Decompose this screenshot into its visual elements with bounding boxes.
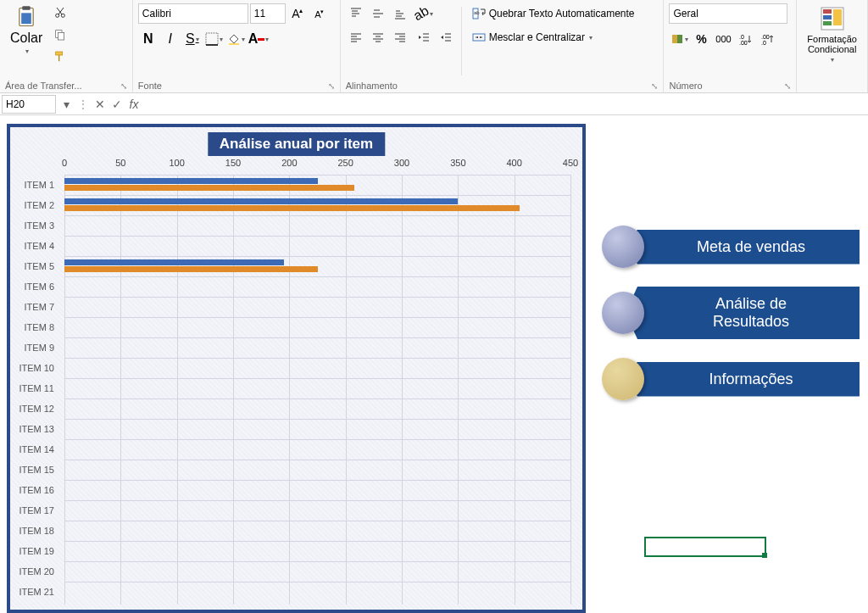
thousands-button[interactable]: 000 [713, 29, 733, 49]
increase-decimal-button[interactable]: .0.00 [735, 29, 755, 49]
y-label: ITEM 3 [10, 220, 59, 231]
group-label: Alinhamento [346, 81, 398, 91]
active-cell[interactable] [644, 537, 766, 557]
x-axis: 050100150200250300350400450 [64, 158, 570, 173]
y-label: ITEM 20 [10, 566, 59, 577]
y-label: ITEM 5 [10, 261, 59, 271]
x-tick: 50 [115, 158, 125, 168]
dialog-launcher-icon[interactable]: ⤡ [784, 81, 791, 91]
borders-button[interactable]: ▾ [204, 29, 225, 49]
conditional-formatting-button[interactable]: Formatação Condicional ▾ [802, 3, 862, 89]
y-label: ITEM 8 [10, 322, 59, 332]
x-tick: 200 [281, 158, 297, 168]
y-label: ITEM 6 [10, 281, 59, 292]
svg-rect-6 [58, 32, 64, 40]
svg-rect-8 [206, 33, 218, 45]
x-tick: 300 [394, 158, 409, 168]
decrease-decimal-button[interactable]: .00.0 [757, 29, 777, 49]
svg-text:.0: .0 [761, 40, 766, 46]
namebox-dropdown[interactable]: ▾ [58, 95, 75, 114]
bold-button[interactable]: N [138, 29, 159, 49]
y-label: ITEM 7 [10, 302, 59, 312]
underline-button[interactable]: S▾ [182, 29, 203, 49]
bar [64, 185, 354, 191]
copy-button[interactable] [51, 25, 70, 44]
cut-button[interactable] [51, 3, 70, 22]
wrap-text-button[interactable]: ab Quebrar Texto Automaticamente [467, 3, 640, 24]
chevron-down-icon: ▾ [589, 34, 593, 42]
font-size-select[interactable] [250, 3, 286, 24]
group-font: A▴ A▾ N I S▾ ▾ ▾ A▾ Fonte⤡ [133, 0, 341, 92]
font-color-button[interactable]: A▾ [248, 29, 269, 49]
decrease-font-button[interactable]: A▾ [309, 3, 330, 24]
paste-button[interactable]: Colar ▾ [5, 3, 47, 79]
dialog-launcher-icon[interactable]: ⤡ [328, 81, 335, 91]
y-label: ITEM 17 [10, 505, 59, 515]
chart[interactable]: Análise anual por item 05010015020025030… [7, 124, 586, 613]
svg-rect-53 [833, 9, 842, 25]
side-nav-label: Informações [626, 362, 860, 397]
svg-rect-43 [672, 35, 677, 43]
formula-input[interactable] [142, 95, 868, 114]
number-format-select[interactable] [669, 3, 787, 24]
dialog-launcher-icon[interactable]: ⤡ [651, 81, 658, 91]
align-center-button[interactable] [368, 27, 388, 47]
side-nav-button[interactable]: Meta de vendas [602, 226, 860, 268]
y-label: ITEM 19 [10, 546, 59, 556]
bar [64, 198, 458, 204]
bar [64, 259, 284, 265]
align-middle-button[interactable] [368, 3, 388, 24]
merge-center-label: Mesclar e Centralizar [489, 31, 585, 43]
svg-text:ab: ab [474, 10, 480, 15]
y-label: ITEM 1 [10, 180, 59, 190]
paste-label: Colar [10, 31, 42, 46]
align-left-button[interactable] [346, 27, 366, 47]
fill-handle[interactable] [762, 553, 767, 558]
group-clipboard: Colar ▾ Área de Transfer...⤡ [0, 0, 133, 92]
name-box[interactable] [2, 95, 56, 114]
align-right-button[interactable] [390, 27, 410, 47]
y-label: ITEM 18 [10, 526, 59, 536]
fill-color-button[interactable]: ▾ [226, 29, 247, 49]
increase-font-button[interactable]: A▴ [287, 3, 308, 24]
bar [64, 266, 318, 272]
gridlines [64, 175, 570, 605]
orientation-button[interactable]: ab▾ [414, 3, 434, 24]
format-painter-button[interactable] [51, 47, 70, 66]
align-top-button[interactable] [346, 3, 366, 24]
y-label: ITEM 16 [10, 485, 59, 495]
chart-title: Análise anual por item [208, 132, 385, 156]
svg-rect-10 [229, 43, 239, 45]
side-nav-button[interactable]: Análise de Resultados [602, 287, 860, 339]
y-label: ITEM 4 [10, 241, 59, 251]
accounting-format-button[interactable]: ▾ [669, 29, 689, 49]
decrease-indent-button[interactable] [414, 27, 434, 47]
svg-rect-42 [473, 34, 485, 41]
cancel-formula-button[interactable]: ✕ [92, 95, 108, 114]
chevron-down-icon: ▾ [25, 47, 29, 55]
dialog-launcher-icon[interactable]: ⤡ [120, 81, 127, 91]
x-tick: 250 [337, 158, 353, 168]
circle-icon [602, 358, 644, 400]
increase-indent-button[interactable] [436, 27, 456, 47]
side-nav-button[interactable]: Informações [602, 358, 860, 400]
bar [64, 205, 520, 211]
side-nav-label: Análise de Resultados [626, 287, 860, 339]
insert-function-button[interactable]: fx [125, 95, 142, 114]
merge-center-button[interactable]: Mesclar e Centralizar ▾ [467, 27, 640, 47]
x-tick: 350 [450, 158, 465, 168]
svg-text:.00: .00 [739, 40, 748, 46]
align-bottom-button[interactable] [390, 3, 410, 24]
y-label: ITEM 21 [10, 587, 59, 597]
group-label: Área de Transfer... [5, 81, 82, 91]
font-name-select[interactable] [138, 3, 248, 24]
svg-text:.0: .0 [739, 34, 744, 40]
y-label: ITEM 11 [10, 383, 59, 393]
svg-rect-7 [56, 52, 63, 55]
group-alignment: ab▾ ab Quebrar Texto Automaticamente Mes… [341, 0, 665, 92]
y-label: ITEM 2 [10, 200, 59, 210]
confirm-formula-button[interactable]: ✓ [108, 95, 125, 114]
percent-button[interactable]: % [691, 29, 711, 49]
group-label: Fonte [138, 81, 162, 91]
italic-button[interactable]: I [160, 29, 181, 49]
